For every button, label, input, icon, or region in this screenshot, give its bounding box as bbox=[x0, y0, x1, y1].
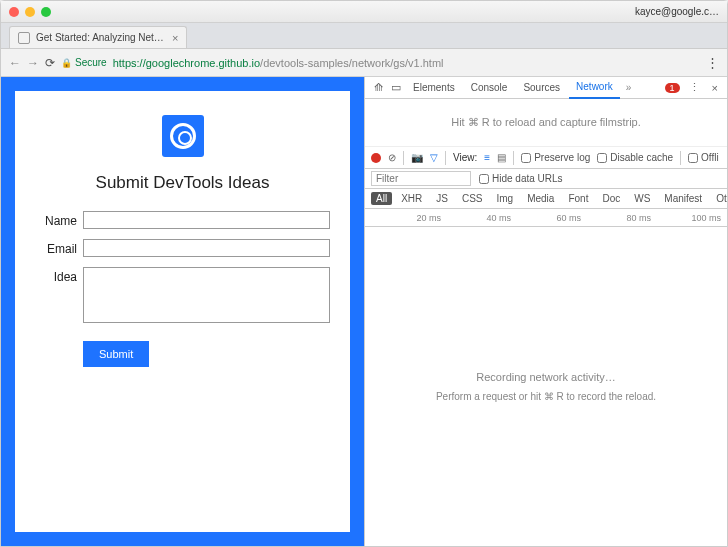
filmstrip-hint: Hit ⌘ R to reload and capture filmstrip. bbox=[365, 99, 727, 147]
devtools-logo-icon bbox=[162, 115, 204, 157]
filter-input[interactable] bbox=[371, 171, 471, 186]
capture-screenshots-icon[interactable]: 📷 bbox=[411, 152, 423, 163]
tab-elements[interactable]: Elements bbox=[406, 77, 462, 99]
close-devtools-icon[interactable]: × bbox=[709, 82, 721, 94]
filter-toggle-icon[interactable]: ▽ bbox=[430, 152, 438, 163]
browser-window: kayce@google.c… Get Started: Analyzing N… bbox=[0, 0, 728, 547]
url-path: /devtools-samples/network/gs/v1.html bbox=[260, 57, 443, 69]
tab-strip: Get Started: Analyzing Netwo × bbox=[1, 23, 727, 49]
lock-icon: 🔒 bbox=[61, 58, 72, 68]
tick: 40 ms bbox=[441, 213, 511, 223]
submit-button[interactable]: Submit bbox=[83, 341, 149, 367]
divider bbox=[403, 151, 404, 165]
url-display[interactable]: https://googlechrome.github.io/devtools-… bbox=[113, 57, 700, 69]
type-manifest[interactable]: Manifest bbox=[659, 192, 707, 205]
devtools-tab-bar: ⟰ ▭ Elements Console Sources Network » 1… bbox=[365, 77, 727, 99]
email-input[interactable] bbox=[83, 239, 330, 257]
idea-row: Idea bbox=[35, 267, 330, 323]
user-account-label[interactable]: kayce@google.c… bbox=[635, 6, 719, 17]
divider bbox=[513, 151, 514, 165]
tab-network[interactable]: Network bbox=[569, 77, 620, 99]
back-button[interactable]: ← bbox=[9, 56, 21, 70]
email-label: Email bbox=[35, 239, 83, 256]
form-card: Submit DevTools Ideas Name Email Idea Su bbox=[15, 91, 350, 532]
view-label: View: bbox=[453, 152, 477, 163]
tick: 80 ms bbox=[581, 213, 651, 223]
browser-menu-icon[interactable]: ⋮ bbox=[706, 55, 719, 70]
zoom-window-button[interactable] bbox=[41, 7, 51, 17]
close-window-button[interactable] bbox=[9, 7, 19, 17]
devtools-panel: ⟰ ▭ Elements Console Sources Network » 1… bbox=[364, 77, 727, 546]
recording-status: Recording network activity… bbox=[476, 371, 615, 383]
browser-tab[interactable]: Get Started: Analyzing Netwo × bbox=[9, 26, 187, 48]
page-favicon-icon bbox=[18, 32, 30, 44]
traffic-lights bbox=[9, 7, 51, 17]
type-font[interactable]: Font bbox=[563, 192, 593, 205]
tick: 60 ms bbox=[511, 213, 581, 223]
tab-sources[interactable]: Sources bbox=[516, 77, 567, 99]
name-row: Name bbox=[35, 211, 330, 229]
titlebar: kayce@google.c… bbox=[1, 1, 727, 23]
forward-button[interactable]: → bbox=[27, 56, 39, 70]
disable-cache-checkbox[interactable]: Disable cache bbox=[597, 152, 673, 163]
large-rows-icon[interactable]: ≡ bbox=[484, 152, 490, 163]
type-js[interactable]: JS bbox=[431, 192, 453, 205]
page-viewport: Submit DevTools Ideas Name Email Idea Su bbox=[1, 77, 364, 546]
type-css[interactable]: CSS bbox=[457, 192, 488, 205]
devtools-menu-icon[interactable]: ⋮ bbox=[686, 81, 703, 94]
network-toolbar: ⊘ 📷 ▽ View: ≡ ▤ Preserve log Disable cac… bbox=[365, 147, 727, 169]
minimize-window-button[interactable] bbox=[25, 7, 35, 17]
type-xhr[interactable]: XHR bbox=[396, 192, 427, 205]
clear-icon[interactable]: ⊘ bbox=[388, 152, 396, 163]
reload-button[interactable]: ⟳ bbox=[45, 56, 55, 70]
address-bar: ← → ⟳ 🔒 Secure https://googlechrome.gith… bbox=[1, 49, 727, 77]
close-tab-icon[interactable]: × bbox=[172, 32, 178, 44]
network-empty-state: Recording network activity… Perform a re… bbox=[365, 227, 727, 546]
type-other[interactable]: Other bbox=[711, 192, 727, 205]
record-button[interactable] bbox=[371, 153, 381, 163]
error-count-badge[interactable]: 1 bbox=[665, 83, 680, 93]
url-host: googlechrome.github.io bbox=[146, 57, 260, 69]
tab-console[interactable]: Console bbox=[464, 77, 515, 99]
divider bbox=[680, 151, 681, 165]
recording-hint: Perform a request or hit ⌘ R to record t… bbox=[436, 391, 656, 402]
hide-data-urls-checkbox[interactable]: Hide data URLs bbox=[479, 173, 563, 184]
type-ws[interactable]: WS bbox=[629, 192, 655, 205]
overview-icon[interactable]: ▤ bbox=[497, 152, 506, 163]
type-media[interactable]: Media bbox=[522, 192, 559, 205]
type-doc[interactable]: Doc bbox=[597, 192, 625, 205]
timeline-ruler: 20 ms 40 ms 60 ms 80 ms 100 ms bbox=[365, 209, 727, 227]
tick: 100 ms bbox=[651, 213, 721, 223]
type-all[interactable]: All bbox=[371, 192, 392, 205]
content-split: Submit DevTools Ideas Name Email Idea Su bbox=[1, 77, 727, 546]
inspect-icon[interactable]: ⟰ bbox=[371, 81, 386, 94]
secure-indicator[interactable]: 🔒 Secure bbox=[61, 57, 107, 68]
tab-title: Get Started: Analyzing Netwo bbox=[36, 32, 166, 43]
divider bbox=[445, 151, 446, 165]
more-tabs-icon[interactable]: » bbox=[622, 82, 636, 93]
page-heading: Submit DevTools Ideas bbox=[96, 173, 270, 193]
filter-row: Hide data URLs bbox=[365, 169, 727, 189]
idea-textarea[interactable] bbox=[83, 267, 330, 323]
name-input[interactable] bbox=[83, 211, 330, 229]
ideas-form: Name Email Idea Submit bbox=[35, 211, 330, 367]
type-img[interactable]: Img bbox=[491, 192, 518, 205]
url-scheme: https bbox=[113, 57, 137, 69]
name-label: Name bbox=[35, 211, 83, 228]
preserve-log-checkbox[interactable]: Preserve log bbox=[521, 152, 590, 163]
offline-checkbox[interactable]: Offli bbox=[688, 152, 719, 163]
secure-label: Secure bbox=[75, 57, 107, 68]
email-row: Email bbox=[35, 239, 330, 257]
tick: 20 ms bbox=[371, 213, 441, 223]
type-filter-row: All XHR JS CSS Img Media Font Doc WS Man… bbox=[365, 189, 727, 209]
device-toolbar-icon[interactable]: ▭ bbox=[388, 81, 404, 94]
idea-label: Idea bbox=[35, 267, 83, 284]
